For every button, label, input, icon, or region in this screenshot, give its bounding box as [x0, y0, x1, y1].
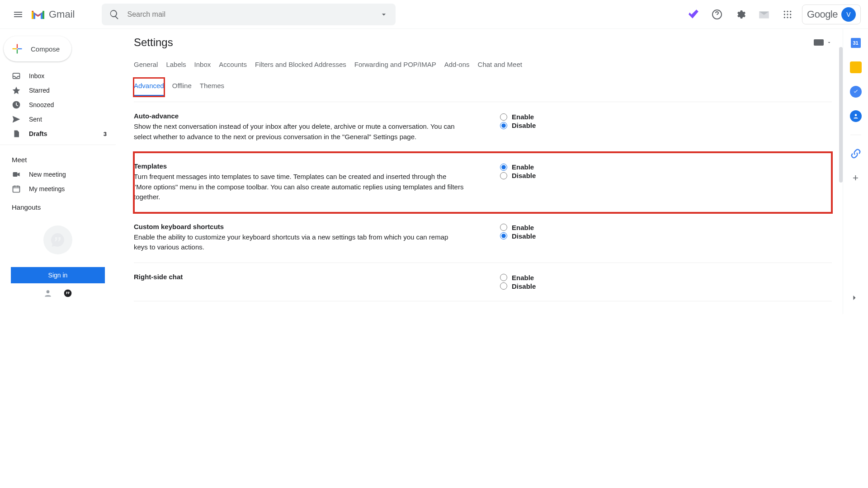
- svg-point-7: [784, 17, 785, 18]
- apps-button[interactable]: [778, 5, 797, 23]
- hamburger-icon: [13, 9, 24, 20]
- header: Gmail Google V: [0, 0, 868, 29]
- enable-radio[interactable]: [500, 224, 507, 231]
- keyboard-icon: [814, 39, 824, 46]
- disable-radio[interactable]: [500, 122, 507, 129]
- star-icon: [12, 86, 21, 95]
- hangouts-small-icon[interactable]: [63, 289, 72, 298]
- disable-option[interactable]: Disable: [500, 282, 536, 290]
- calendar-app-icon[interactable]: 31: [850, 37, 862, 49]
- svg-point-1: [784, 10, 785, 12]
- nav-sent[interactable]: Sent: [0, 112, 116, 127]
- tab-themes[interactable]: Themes: [200, 78, 224, 96]
- search-input[interactable]: [127, 10, 379, 19]
- google-label: Google: [807, 9, 838, 20]
- tab-advanced[interactable]: Advanced: [134, 78, 164, 96]
- chevron-down-icon: [826, 40, 832, 45]
- person-icon[interactable]: [43, 289, 52, 298]
- settings-button[interactable]: [731, 5, 750, 23]
- page-title: Settings: [134, 36, 173, 49]
- enable-radio[interactable]: [500, 274, 507, 281]
- tab-accounts[interactable]: Accounts: [219, 57, 247, 74]
- nav-inbox[interactable]: Inbox: [0, 69, 116, 83]
- video-icon: [12, 170, 21, 179]
- scrollbar[interactable]: [839, 47, 843, 183]
- tasks-app-icon[interactable]: [850, 86, 862, 98]
- enable-radio[interactable]: [500, 113, 507, 121]
- cal-icon: [12, 184, 21, 193]
- disable-radio[interactable]: [500, 172, 507, 179]
- sign-in-button[interactable]: Sign in: [11, 267, 105, 283]
- setting-description: Enable the ability to customize your key…: [134, 232, 464, 253]
- tab-general[interactable]: General: [134, 57, 158, 74]
- main-menu-button[interactable]: [7, 4, 29, 25]
- disable-option[interactable]: Disable: [500, 172, 536, 179]
- svg-point-2: [787, 10, 788, 12]
- enable-radio[interactable]: [500, 164, 507, 171]
- nav-starred[interactable]: Starred: [0, 83, 116, 98]
- nav-snoozed[interactable]: Snoozed: [0, 98, 116, 112]
- envelope-icon: [758, 9, 770, 20]
- svg-point-17: [854, 114, 857, 116]
- google-account-box[interactable]: Google V: [802, 5, 861, 24]
- extension-button[interactable]: [684, 5, 703, 23]
- apps-grid-icon: [783, 10, 792, 19]
- tab-offline[interactable]: Offline: [172, 78, 192, 96]
- meet-section-label: Meet: [0, 149, 116, 167]
- setting-description: Show the next conversation instead of yo…: [134, 122, 464, 142]
- setting-templates: TemplatesTurn frequent messages into tem…: [134, 152, 832, 213]
- clock-icon: [12, 100, 21, 109]
- contacts-app-icon[interactable]: [850, 110, 862, 122]
- settings-tabs-row1: GeneralLabelsInboxAccountsFilters and Bl…: [134, 57, 832, 74]
- svg-point-15: [64, 290, 72, 297]
- svg-point-3: [790, 10, 791, 12]
- input-tools-button[interactable]: [814, 39, 832, 46]
- disable-radio[interactable]: [500, 232, 507, 239]
- help-button[interactable]: [708, 5, 726, 23]
- enable-option[interactable]: Enable: [500, 113, 536, 121]
- gmail-icon: [31, 9, 45, 20]
- enable-option[interactable]: Enable: [500, 163, 536, 171]
- setting-auto-advance: Auto-advanceShow the next conversation i…: [134, 102, 832, 152]
- side-panel: 31 +: [843, 29, 868, 314]
- setting-right-side-chat: Right-side chatEnableDisable: [134, 263, 832, 301]
- avatar[interactable]: V: [841, 7, 856, 22]
- search-icon: [109, 9, 120, 20]
- tab-filters-and-blocked-addresses[interactable]: Filters and Blocked Addresses: [255, 57, 346, 74]
- disable-radio[interactable]: [500, 282, 507, 290]
- search-bar[interactable]: [102, 4, 396, 25]
- tab-chat-and-meet[interactable]: Chat and Meet: [478, 57, 522, 74]
- compose-label: Compose: [31, 45, 60, 53]
- svg-point-6: [790, 14, 791, 15]
- enable-option[interactable]: Enable: [500, 274, 536, 282]
- hangouts-section-label: Hangouts: [0, 196, 116, 215]
- search-options-icon[interactable]: [379, 10, 388, 19]
- mail-status-button[interactable]: [755, 5, 773, 23]
- enable-option[interactable]: Enable: [500, 224, 536, 231]
- disable-option[interactable]: Disable: [500, 232, 536, 240]
- add-app-button[interactable]: +: [850, 172, 862, 184]
- svg-point-4: [784, 14, 785, 15]
- disable-option[interactable]: Disable: [500, 122, 536, 129]
- svg-rect-12: [13, 172, 18, 177]
- svg-rect-13: [13, 186, 20, 192]
- svg-rect-16: [814, 39, 824, 46]
- keep-app-icon[interactable]: [850, 61, 862, 73]
- setting-custom-keyboard-shortcuts: Custom keyboard shortcutsEnable the abil…: [134, 213, 832, 263]
- file-icon: [12, 129, 21, 138]
- tab-labels[interactable]: Labels: [166, 57, 186, 74]
- link-app-icon[interactable]: [850, 148, 862, 160]
- chevron-right-icon: [850, 293, 859, 302]
- tab-add-ons[interactable]: Add-ons: [444, 57, 470, 74]
- setting-title: Custom keyboard shortcuts: [134, 223, 464, 230]
- collapse-panel-button[interactable]: [850, 293, 862, 305]
- settings-tabs-row2: AdvancedOfflineThemes: [134, 78, 832, 102]
- hangouts-placeholder: [43, 225, 72, 254]
- nav-drafts[interactable]: Drafts3: [0, 127, 116, 141]
- gmail-logo[interactable]: Gmail: [31, 9, 75, 20]
- tab-inbox[interactable]: Inbox: [194, 57, 211, 74]
- meet-new-meeting[interactable]: New meeting: [0, 167, 116, 182]
- meet-my-meetings[interactable]: My meetings: [0, 182, 116, 196]
- tab-forwarding-and-pop-imap[interactable]: Forwarding and POP/IMAP: [354, 57, 436, 74]
- compose-button[interactable]: Compose: [4, 36, 71, 61]
